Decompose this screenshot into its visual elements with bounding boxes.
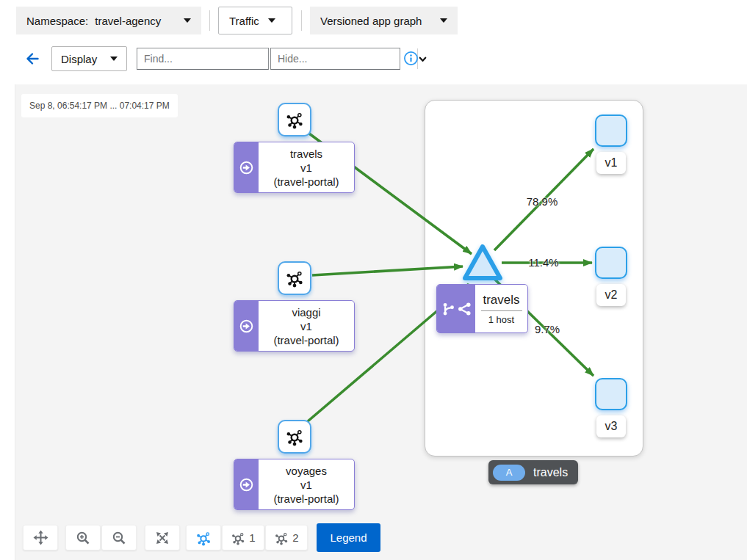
top-toolbar: Namespace: travel-agency Traffic Version… xyxy=(0,0,747,84)
traffic-label: Traffic xyxy=(229,15,259,27)
graph-icon xyxy=(231,531,245,545)
label-text: viaggi v1 (travel-portal) xyxy=(259,301,354,351)
service-label-text: travels 1 host xyxy=(475,285,527,332)
label-viaggi-v1[interactable]: viaggi v1 (travel-portal) xyxy=(234,300,355,352)
label-text: voyages v1 (travel-portal) xyxy=(259,459,354,509)
namespace-label: Namespace: xyxy=(26,15,88,27)
find-combobox xyxy=(137,48,269,70)
share-alt-icon xyxy=(458,302,472,316)
graph-info-button[interactable] xyxy=(403,51,419,68)
service-badge-band xyxy=(437,285,475,332)
display-dropdown[interactable]: Display xyxy=(51,46,127,71)
service-node-travels[interactable] xyxy=(461,241,505,283)
layout-number: 1 xyxy=(249,531,255,544)
label-divider xyxy=(481,310,522,311)
back-button[interactable] xyxy=(24,51,40,69)
node-voyages-v1[interactable] xyxy=(278,420,311,454)
graph-type-dropdown[interactable]: Versioned app graph xyxy=(310,7,458,34)
app-badge-icon: A xyxy=(493,465,525,481)
node-version-v2[interactable] xyxy=(595,247,627,279)
zoom-out-icon xyxy=(112,531,126,545)
app-name: viaggi xyxy=(292,305,320,319)
app-version: v1 xyxy=(300,161,312,175)
label-v3[interactable]: v3 xyxy=(596,415,626,437)
edge-label-v3: 9.7% xyxy=(535,323,560,335)
info-icon xyxy=(403,51,419,66)
group-badge-travels[interactable]: A travels xyxy=(488,460,578,484)
pan-icon xyxy=(33,530,48,545)
toolbar-divider xyxy=(301,10,302,31)
graph-icon xyxy=(274,531,289,545)
chevron-down-icon xyxy=(418,54,427,64)
edge-label-v1: 78.9% xyxy=(527,195,558,208)
app-name: voyages xyxy=(286,464,327,478)
label-v1[interactable]: v1 xyxy=(596,152,626,174)
legend-button[interactable]: Legend xyxy=(317,523,380,552)
applications-icon xyxy=(285,269,304,288)
label-text: travels v1 (travel-portal) xyxy=(259,142,354,192)
traffic-source-icon xyxy=(239,478,253,492)
label-travels-v1[interactable]: travels v1 (travel-portal) xyxy=(234,142,355,193)
app-namespace: (travel-portal) xyxy=(273,333,339,347)
toolbar-divider xyxy=(209,10,210,31)
chevron-down-icon xyxy=(110,57,118,61)
node-version-v3[interactable] xyxy=(595,378,627,410)
label-badge-band xyxy=(234,459,259,509)
expand-arrows-icon xyxy=(155,531,170,545)
arrow-left-icon xyxy=(24,51,40,67)
namespace-dropdown[interactable]: Namespace: travel-agency xyxy=(16,7,201,34)
label-badge-band xyxy=(234,301,259,351)
label-v2[interactable]: v2 xyxy=(596,284,626,306)
traffic-dropdown[interactable]: Traffic xyxy=(218,7,292,34)
fit-to-screen-button[interactable] xyxy=(145,525,180,550)
label-service-travels[interactable]: travels 1 host xyxy=(436,284,528,333)
display-label: Display xyxy=(61,53,97,65)
graph-type-label: Versioned app graph xyxy=(320,15,422,27)
zoom-out-button[interactable] xyxy=(101,525,137,550)
zoom-in-icon xyxy=(76,531,90,545)
node-viaggi-v1[interactable] xyxy=(278,261,311,295)
graph-layout-1-button[interactable]: 1 xyxy=(222,525,264,550)
namespace-value: travel-agency xyxy=(95,15,161,27)
edge-label-v2: 11.4% xyxy=(528,256,558,269)
chevron-down-icon xyxy=(440,18,447,23)
find-input[interactable] xyxy=(137,48,284,69)
zoom-in-button[interactable] xyxy=(65,525,101,550)
hide-chevron-toggle[interactable] xyxy=(417,48,427,69)
app-namespace: (travel-portal) xyxy=(273,492,339,506)
layout-number: 2 xyxy=(292,531,298,544)
graph-layout-default-button[interactable] xyxy=(186,525,221,550)
chevron-down-icon xyxy=(184,18,191,23)
virtual-service-icon xyxy=(441,302,455,316)
graph-time-range: Sep 8, 06:54:17 PM ... 07:04:17 PM xyxy=(21,94,178,117)
group-badge-name: travels xyxy=(533,466,568,479)
pan-button[interactable] xyxy=(23,525,58,550)
graph-canvas[interactable]: Sep 8, 06:54:17 PM ... 07:04:17 PM xyxy=(15,84,747,560)
applications-icon xyxy=(285,110,304,129)
chevron-down-icon xyxy=(268,18,275,23)
applications-icon xyxy=(285,427,304,446)
app-namespace: (travel-portal) xyxy=(273,175,339,189)
label-badge-band xyxy=(234,142,259,192)
app-name: travels xyxy=(290,147,322,161)
graph-icon xyxy=(195,530,212,546)
hide-combobox xyxy=(270,48,400,70)
node-travels-v1[interactable] xyxy=(278,103,311,137)
service-name: travels xyxy=(483,293,519,308)
app-version: v1 xyxy=(300,478,312,492)
traffic-source-icon xyxy=(239,319,253,333)
graph-layout-2-button[interactable]: 2 xyxy=(265,525,308,550)
app-version: v1 xyxy=(300,319,312,333)
service-hosts: 1 host xyxy=(488,314,514,325)
label-voyages-v1[interactable]: voyages v1 (travel-portal) xyxy=(234,459,355,510)
traffic-source-icon xyxy=(239,161,253,175)
node-version-v1[interactable] xyxy=(595,114,627,147)
hide-input[interactable] xyxy=(271,48,417,69)
